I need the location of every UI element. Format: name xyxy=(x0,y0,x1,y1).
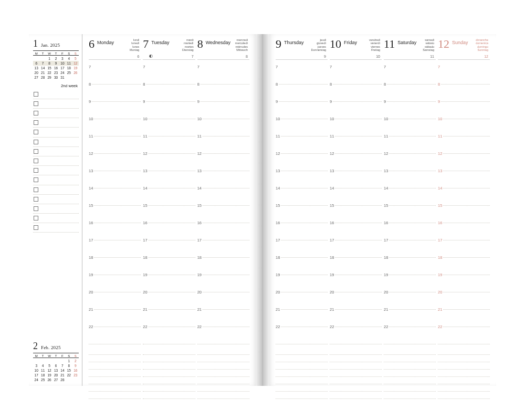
checkbox-icon[interactable] xyxy=(34,177,38,182)
checkbox-icon[interactable] xyxy=(34,111,38,116)
day-langs: mardimartedìmartesDienstag xyxy=(182,38,194,51)
todo-row[interactable] xyxy=(33,195,79,204)
day-name: Thursday xyxy=(284,40,304,45)
day-header: 8WednesdaymercredimercoledìmiércolesMitt… xyxy=(197,38,249,60)
day-number: 11 xyxy=(384,38,395,50)
checkbox-icon[interactable] xyxy=(34,225,38,230)
day-langs: jeudigiovedìjuevesDonnerstag xyxy=(311,38,326,51)
checkbox-icon[interactable] xyxy=(34,120,38,125)
notes-area[interactable] xyxy=(438,344,490,399)
checkbox-icon[interactable] xyxy=(34,187,38,192)
todo-row[interactable] xyxy=(33,185,79,195)
day-number: 9 xyxy=(276,38,281,50)
checkbox-icon[interactable] xyxy=(34,92,38,97)
mini-calendar-jan: 1Jan. 2025MTWTFSS12345678910111213141516… xyxy=(33,38,79,80)
hour-grid[interactable]: 78910111213141516171819202122 xyxy=(89,60,141,344)
mini-month-number: 1 xyxy=(33,38,38,49)
day-column: 10FridayvendredivenerdìviernesFreitag107… xyxy=(329,38,383,382)
todo-row[interactable] xyxy=(33,138,79,147)
right-page: 9ThursdayjeudigiovedìjuevesDonnerstag978… xyxy=(269,34,496,386)
day-header: 9ThursdayjeudigiovedìjuevesDonnerstag9 xyxy=(276,38,328,60)
notes-area[interactable] xyxy=(384,344,436,399)
todo-row[interactable] xyxy=(33,90,79,99)
notes-area[interactable] xyxy=(89,344,141,399)
mini-dow-row: MTWTFSS xyxy=(33,353,79,358)
day-header: 7TuesdaymardimartedìmartesDienstag◐7 xyxy=(143,38,195,60)
left-page: 1Jan. 2025MTWTFSS12345678910111213141516… xyxy=(29,34,256,386)
checkbox-icon[interactable] xyxy=(34,197,38,202)
checkbox-icon[interactable] xyxy=(34,140,38,144)
checkbox-icon[interactable] xyxy=(34,216,38,220)
todo-row[interactable] xyxy=(33,147,79,156)
day-number: 7 xyxy=(143,38,149,50)
todo-row[interactable] xyxy=(33,223,79,233)
day-column: 8WednesdaymercredimercoledìmiércolesMitt… xyxy=(196,38,250,382)
checkbox-icon[interactable] xyxy=(34,101,38,106)
notes-area[interactable] xyxy=(276,344,328,399)
day-langs: mercredimercoledìmiércolesMittwoch xyxy=(235,38,248,51)
moon-phase-icon: ◐ xyxy=(149,54,153,58)
notes-area[interactable] xyxy=(197,344,249,399)
mini-grid: 1234567891011121314151617181920212223242… xyxy=(33,56,79,80)
day-langs: dimanchedomenicadomingoSonntag xyxy=(476,38,488,51)
todo-row[interactable] xyxy=(33,109,79,118)
day-langs: lundilunedìlunesMontag xyxy=(130,38,139,51)
todo-row[interactable] xyxy=(33,175,79,185)
todo-row[interactable] xyxy=(33,204,79,214)
todo-row[interactable] xyxy=(33,118,79,128)
book-spine xyxy=(256,34,269,386)
mini-dow-row: MTWTFSS xyxy=(33,50,79,56)
day-name: Sunday xyxy=(452,40,468,45)
hour-grid[interactable]: 78910111213141516171819202122 xyxy=(197,60,249,344)
checkbox-icon[interactable] xyxy=(34,130,38,134)
day-name: Monday xyxy=(97,40,114,45)
todo-row[interactable] xyxy=(33,156,79,166)
hour-grid[interactable]: 78910111213141516171819202122 xyxy=(143,60,195,344)
day-header: 6MondaylundilunedìlunesMontag6 xyxy=(89,38,141,60)
checkbox-icon[interactable] xyxy=(34,159,38,163)
day-number: 10 xyxy=(330,38,341,50)
checkbox-icon[interactable] xyxy=(34,206,38,211)
hour-grid[interactable]: 78910111213141516171819202122 xyxy=(438,60,490,344)
day-header: 11SaturdaysamedisabatosábadoSamstag11 xyxy=(384,38,436,60)
day-number: 8 xyxy=(197,38,203,50)
day-name: Tuesday xyxy=(151,40,169,45)
day-langs: vendredivenerdìviernesFreitag xyxy=(369,38,380,51)
planner-spread: 1Jan. 2025MTWTFSS12345678910111213141516… xyxy=(0,0,525,420)
day-name: Friday xyxy=(344,40,357,45)
checkbox-icon[interactable] xyxy=(34,149,38,154)
todo-row[interactable] xyxy=(33,166,79,175)
day-column: 11SaturdaysamedisabatosábadoSamstag11789… xyxy=(383,38,437,382)
todo-row[interactable] xyxy=(33,99,79,109)
mini-month-label: Jan. 2025 xyxy=(41,43,60,48)
spread: 1Jan. 2025MTWTFSS12345678910111213141516… xyxy=(29,34,496,386)
day-ordinal: 11 xyxy=(430,55,434,58)
day-column: 7TuesdaymardimartedìmartesDienstag◐77891… xyxy=(142,38,196,382)
day-column: 12SundaydimanchedomenicadomingoSonntag12… xyxy=(437,38,491,382)
day-number: 12 xyxy=(438,38,449,50)
day-ordinal: 8 xyxy=(246,55,248,58)
day-header: 10FridayvendredivenerdìviernesFreitag10 xyxy=(330,38,382,60)
notes-area[interactable] xyxy=(330,344,382,399)
days-right: 9ThursdayjeudigiovedìjuevesDonnerstag978… xyxy=(269,34,496,386)
sidebar-top: 1Jan. 2025MTWTFSS12345678910111213141516… xyxy=(33,38,79,233)
day-name: Saturday xyxy=(397,40,416,45)
week-label: 2nd week xyxy=(33,83,78,88)
day-ordinal: 9 xyxy=(324,55,326,58)
hour-grid[interactable]: 78910111213141516171819202122 xyxy=(276,60,328,344)
hour-grid[interactable]: 78910111213141516171819202122 xyxy=(330,60,382,344)
hour-grid[interactable]: 78910111213141516171819202122 xyxy=(384,60,436,344)
todo-row[interactable] xyxy=(33,128,79,137)
checkbox-icon[interactable] xyxy=(34,168,38,173)
day-number: 6 xyxy=(89,38,94,50)
mini-calendar-feb: 2Feb. 2025MTWTFSS12345678910111213141516… xyxy=(33,341,79,383)
todo-row[interactable] xyxy=(33,214,79,223)
day-column: 9ThursdayjeudigiovedìjuevesDonnerstag978… xyxy=(275,38,329,382)
day-ordinal: 6 xyxy=(137,55,139,58)
sidebar: 1Jan. 2025MTWTFSS12345678910111213141516… xyxy=(29,34,82,386)
day-column: 6MondaylundilunedìlunesMontag67891011121… xyxy=(88,38,142,382)
mini-grid: 1234567891011121314151617181920212223242… xyxy=(33,359,79,383)
mini-month-number: 2 xyxy=(33,341,38,352)
notes-area[interactable] xyxy=(143,344,195,399)
mini-month-label: Feb. 2025 xyxy=(41,345,61,350)
